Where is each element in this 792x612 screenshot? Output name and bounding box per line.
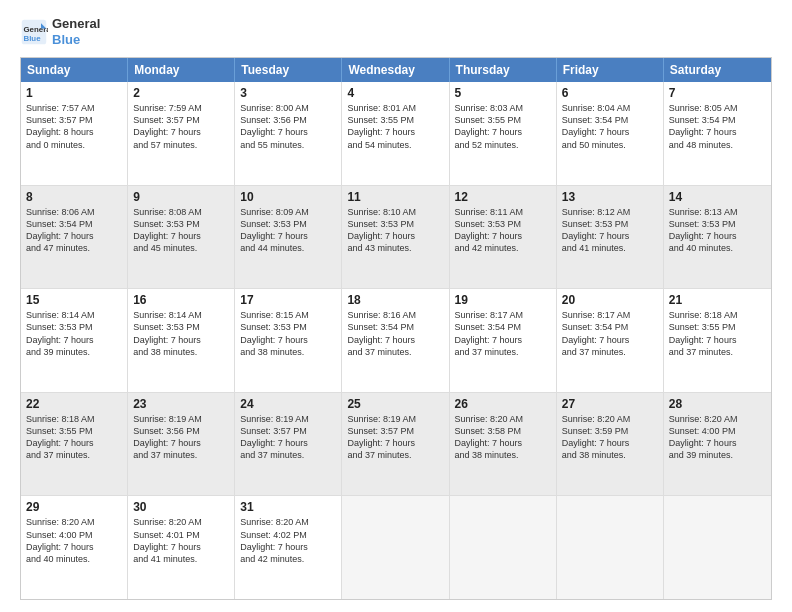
- cal-row: 1Sunrise: 7:57 AM Sunset: 3:57 PM Daylig…: [21, 82, 771, 185]
- cal-cell: 2Sunrise: 7:59 AM Sunset: 3:57 PM Daylig…: [128, 82, 235, 185]
- cal-cell: 13Sunrise: 8:12 AM Sunset: 3:53 PM Dayli…: [557, 186, 664, 289]
- calendar-body: 1Sunrise: 7:57 AM Sunset: 3:57 PM Daylig…: [21, 82, 771, 599]
- day-number: 24: [240, 397, 336, 411]
- cal-header-day: Saturday: [664, 58, 771, 82]
- cal-cell: [450, 496, 557, 599]
- day-number: 12: [455, 190, 551, 204]
- cal-cell: 9Sunrise: 8:08 AM Sunset: 3:53 PM Daylig…: [128, 186, 235, 289]
- day-number: 13: [562, 190, 658, 204]
- cal-cell: 18Sunrise: 8:16 AM Sunset: 3:54 PM Dayli…: [342, 289, 449, 392]
- cal-cell: 7Sunrise: 8:05 AM Sunset: 3:54 PM Daylig…: [664, 82, 771, 185]
- cal-cell: 15Sunrise: 8:14 AM Sunset: 3:53 PM Dayli…: [21, 289, 128, 392]
- logo-icon: General Blue: [20, 18, 48, 46]
- cal-cell: 19Sunrise: 8:17 AM Sunset: 3:54 PM Dayli…: [450, 289, 557, 392]
- cell-info: Sunrise: 8:20 AM Sunset: 4:00 PM Dayligh…: [26, 516, 122, 565]
- cell-info: Sunrise: 8:20 AM Sunset: 4:02 PM Dayligh…: [240, 516, 336, 565]
- cal-header-day: Sunday: [21, 58, 128, 82]
- day-number: 18: [347, 293, 443, 307]
- day-number: 29: [26, 500, 122, 514]
- cal-row: 22Sunrise: 8:18 AM Sunset: 3:55 PM Dayli…: [21, 392, 771, 496]
- day-number: 21: [669, 293, 766, 307]
- cal-cell: 14Sunrise: 8:13 AM Sunset: 3:53 PM Dayli…: [664, 186, 771, 289]
- cal-cell: 12Sunrise: 8:11 AM Sunset: 3:53 PM Dayli…: [450, 186, 557, 289]
- calendar: SundayMondayTuesdayWednesdayThursdayFrid…: [20, 57, 772, 600]
- cal-row: 15Sunrise: 8:14 AM Sunset: 3:53 PM Dayli…: [21, 288, 771, 392]
- cell-info: Sunrise: 8:19 AM Sunset: 3:57 PM Dayligh…: [347, 413, 443, 462]
- day-number: 17: [240, 293, 336, 307]
- cell-info: Sunrise: 8:13 AM Sunset: 3:53 PM Dayligh…: [669, 206, 766, 255]
- cell-info: Sunrise: 8:15 AM Sunset: 3:53 PM Dayligh…: [240, 309, 336, 358]
- cal-row: 8Sunrise: 8:06 AM Sunset: 3:54 PM Daylig…: [21, 185, 771, 289]
- cell-info: Sunrise: 8:06 AM Sunset: 3:54 PM Dayligh…: [26, 206, 122, 255]
- day-number: 23: [133, 397, 229, 411]
- day-number: 31: [240, 500, 336, 514]
- cal-cell: 3Sunrise: 8:00 AM Sunset: 3:56 PM Daylig…: [235, 82, 342, 185]
- cal-cell: 5Sunrise: 8:03 AM Sunset: 3:55 PM Daylig…: [450, 82, 557, 185]
- cal-cell: 24Sunrise: 8:19 AM Sunset: 3:57 PM Dayli…: [235, 393, 342, 496]
- cell-info: Sunrise: 8:03 AM Sunset: 3:55 PM Dayligh…: [455, 102, 551, 151]
- cell-info: Sunrise: 8:20 AM Sunset: 3:59 PM Dayligh…: [562, 413, 658, 462]
- day-number: 5: [455, 86, 551, 100]
- cal-cell: 16Sunrise: 8:14 AM Sunset: 3:53 PM Dayli…: [128, 289, 235, 392]
- cal-cell: 17Sunrise: 8:15 AM Sunset: 3:53 PM Dayli…: [235, 289, 342, 392]
- cell-info: Sunrise: 7:59 AM Sunset: 3:57 PM Dayligh…: [133, 102, 229, 151]
- logo-text: General: [52, 16, 100, 32]
- day-number: 27: [562, 397, 658, 411]
- day-number: 22: [26, 397, 122, 411]
- cal-cell: [342, 496, 449, 599]
- day-number: 4: [347, 86, 443, 100]
- cell-info: Sunrise: 8:14 AM Sunset: 3:53 PM Dayligh…: [26, 309, 122, 358]
- cal-cell: 11Sunrise: 8:10 AM Sunset: 3:53 PM Dayli…: [342, 186, 449, 289]
- svg-text:Blue: Blue: [24, 33, 42, 42]
- cal-row: 29Sunrise: 8:20 AM Sunset: 4:00 PM Dayli…: [21, 495, 771, 599]
- cal-cell: 27Sunrise: 8:20 AM Sunset: 3:59 PM Dayli…: [557, 393, 664, 496]
- cell-info: Sunrise: 8:18 AM Sunset: 3:55 PM Dayligh…: [669, 309, 766, 358]
- cal-header-day: Thursday: [450, 58, 557, 82]
- cell-info: Sunrise: 8:19 AM Sunset: 3:56 PM Dayligh…: [133, 413, 229, 462]
- day-number: 9: [133, 190, 229, 204]
- cal-cell: [664, 496, 771, 599]
- cal-cell: 6Sunrise: 8:04 AM Sunset: 3:54 PM Daylig…: [557, 82, 664, 185]
- day-number: 3: [240, 86, 336, 100]
- cal-cell: 29Sunrise: 8:20 AM Sunset: 4:00 PM Dayli…: [21, 496, 128, 599]
- cell-info: Sunrise: 8:17 AM Sunset: 3:54 PM Dayligh…: [455, 309, 551, 358]
- logo-text-blue: Blue: [52, 32, 100, 48]
- day-number: 19: [455, 293, 551, 307]
- cell-info: Sunrise: 8:00 AM Sunset: 3:56 PM Dayligh…: [240, 102, 336, 151]
- cell-info: Sunrise: 8:18 AM Sunset: 3:55 PM Dayligh…: [26, 413, 122, 462]
- cal-header-day: Friday: [557, 58, 664, 82]
- day-number: 7: [669, 86, 766, 100]
- cell-info: Sunrise: 8:17 AM Sunset: 3:54 PM Dayligh…: [562, 309, 658, 358]
- cell-info: Sunrise: 7:57 AM Sunset: 3:57 PM Dayligh…: [26, 102, 122, 151]
- cal-cell: 28Sunrise: 8:20 AM Sunset: 4:00 PM Dayli…: [664, 393, 771, 496]
- cell-info: Sunrise: 8:05 AM Sunset: 3:54 PM Dayligh…: [669, 102, 766, 151]
- cal-cell: 21Sunrise: 8:18 AM Sunset: 3:55 PM Dayli…: [664, 289, 771, 392]
- page: General Blue General Blue SundayMondayTu…: [0, 0, 792, 612]
- cell-info: Sunrise: 8:19 AM Sunset: 3:57 PM Dayligh…: [240, 413, 336, 462]
- cal-cell: 20Sunrise: 8:17 AM Sunset: 3:54 PM Dayli…: [557, 289, 664, 392]
- day-number: 14: [669, 190, 766, 204]
- day-number: 10: [240, 190, 336, 204]
- logo: General Blue General Blue: [20, 16, 100, 47]
- cal-cell: 8Sunrise: 8:06 AM Sunset: 3:54 PM Daylig…: [21, 186, 128, 289]
- cell-info: Sunrise: 8:20 AM Sunset: 4:01 PM Dayligh…: [133, 516, 229, 565]
- cal-cell: 25Sunrise: 8:19 AM Sunset: 3:57 PM Dayli…: [342, 393, 449, 496]
- svg-text:General: General: [24, 25, 49, 34]
- day-number: 30: [133, 500, 229, 514]
- cal-cell: 1Sunrise: 7:57 AM Sunset: 3:57 PM Daylig…: [21, 82, 128, 185]
- cal-cell: 10Sunrise: 8:09 AM Sunset: 3:53 PM Dayli…: [235, 186, 342, 289]
- day-number: 6: [562, 86, 658, 100]
- cell-info: Sunrise: 8:14 AM Sunset: 3:53 PM Dayligh…: [133, 309, 229, 358]
- day-number: 8: [26, 190, 122, 204]
- cal-cell: 31Sunrise: 8:20 AM Sunset: 4:02 PM Dayli…: [235, 496, 342, 599]
- cell-info: Sunrise: 8:11 AM Sunset: 3:53 PM Dayligh…: [455, 206, 551, 255]
- day-number: 1: [26, 86, 122, 100]
- day-number: 16: [133, 293, 229, 307]
- header: General Blue General Blue: [20, 16, 772, 47]
- cell-info: Sunrise: 8:01 AM Sunset: 3:55 PM Dayligh…: [347, 102, 443, 151]
- day-number: 20: [562, 293, 658, 307]
- day-number: 28: [669, 397, 766, 411]
- day-number: 26: [455, 397, 551, 411]
- cell-info: Sunrise: 8:08 AM Sunset: 3:53 PM Dayligh…: [133, 206, 229, 255]
- cal-cell: 4Sunrise: 8:01 AM Sunset: 3:55 PM Daylig…: [342, 82, 449, 185]
